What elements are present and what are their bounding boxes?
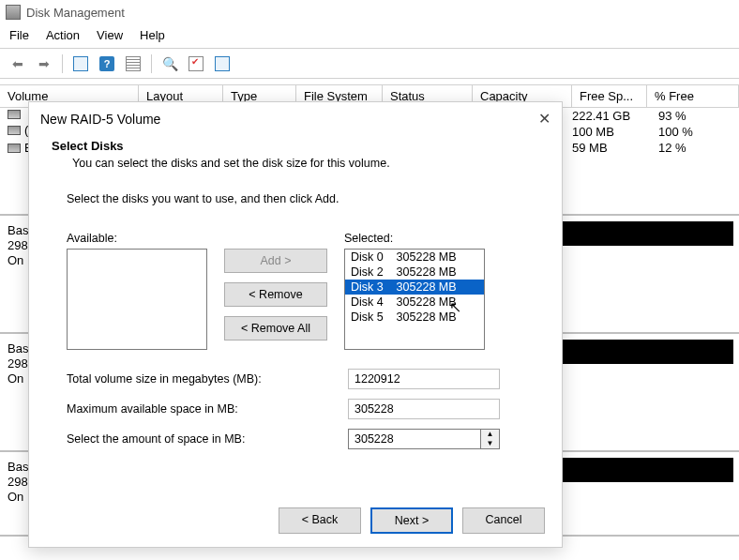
menu-file[interactable]: File [9, 28, 29, 42]
add-button[interactable]: Add > [224, 249, 327, 273]
selected-disk-item[interactable]: Disk 3 305228 MB [345, 280, 484, 295]
selected-disk-item[interactable]: Disk 0 305228 MB [345, 250, 484, 265]
check-button[interactable] [186, 53, 206, 74]
selected-disk-item[interactable]: Disk 4 305228 MB [345, 295, 484, 310]
toolbar-separator [62, 54, 63, 73]
remove-all-button[interactable]: < Remove All [224, 316, 327, 341]
menu-help[interactable]: Help [140, 28, 165, 42]
properties-icon [73, 56, 88, 71]
nav-forward-button[interactable] [34, 53, 54, 74]
available-label: Available: [67, 232, 207, 245]
toolbar-separator [151, 54, 152, 73]
properties-button[interactable] [70, 53, 91, 74]
back-button[interactable]: < Back [279, 507, 361, 534]
amount-space-input[interactable]: 305228 [348, 429, 481, 449]
toolbar: ? 🔍 [0, 49, 739, 79]
new-raid5-wizard-dialog: New RAID-5 Volume ✕ Select Disks You can… [28, 101, 563, 548]
amount-space-label: Select the amount of space in MB: [67, 432, 348, 446]
total-size-label: Total volume size in megabytes (MB): [67, 372, 348, 386]
volume-icon [8, 126, 21, 135]
column-free-space[interactable]: Free Sp... [572, 85, 647, 107]
column-percent-free[interactable]: % Free [647, 85, 739, 107]
volume-icon [8, 110, 21, 119]
percent-free-cell: 100 % [658, 125, 693, 139]
free-space-cell: 222.41 GB [572, 109, 641, 123]
help-button[interactable]: ? [97, 53, 117, 74]
list-view-button[interactable] [123, 53, 143, 74]
selected-disk-item[interactable]: Disk 5 305228 MB [345, 310, 484, 325]
wizard-instruction: Select the disks you want to use, and th… [67, 192, 524, 205]
volume-icon [8, 144, 21, 153]
cancel-button[interactable]: Cancel [462, 507, 545, 534]
nav-back-button[interactable] [8, 53, 28, 74]
spinner-up-icon[interactable]: ▲ [481, 430, 499, 439]
app-icon [6, 5, 21, 20]
free-space-cell: 59 MB [572, 141, 641, 155]
amount-space-spinner[interactable]: 305228 ▲ ▼ [348, 429, 500, 449]
selected-label: Selected: [344, 232, 485, 245]
menu-action[interactable]: Action [46, 28, 80, 42]
options-icon [215, 56, 230, 71]
max-space-value: 305228 [348, 399, 500, 419]
search-icon: 🔍 [162, 56, 178, 71]
options-button[interactable] [212, 53, 233, 74]
volume-right-columns: 222.41 GB93 % 100 MB100 % 59 MB12 % [572, 108, 693, 156]
percent-free-cell: 93 % [658, 109, 686, 123]
list-icon [126, 56, 141, 71]
next-button[interactable]: Next > [370, 507, 453, 534]
search-button[interactable]: 🔍 [159, 53, 180, 74]
close-button[interactable]: ✕ [538, 110, 550, 128]
max-space-label: Maximum available space in MB: [67, 402, 348, 416]
menu-view[interactable]: View [97, 28, 123, 42]
title-bar: Disk Management [0, 0, 739, 24]
check-icon [189, 56, 204, 71]
menu-bar: File Action View Help [0, 24, 739, 49]
wizard-step-heading: Select Disks [52, 139, 539, 153]
selected-disk-item[interactable]: Disk 2 305228 MB [345, 265, 484, 280]
wizard-step-subheading: You can select the disks and set the dis… [52, 153, 539, 170]
dialog-title: New RAID-5 Volume [40, 112, 160, 127]
percent-free-cell: 12 % [658, 141, 686, 155]
free-space-cell: 100 MB [572, 125, 641, 139]
app-title: Disk Management [26, 6, 125, 20]
help-icon: ? [99, 56, 114, 71]
total-size-value: 1220912 [348, 369, 500, 389]
remove-button[interactable]: < Remove [224, 282, 327, 307]
selected-disks-listbox[interactable]: Disk 0 305228 MBDisk 2 305228 MBDisk 3 3… [344, 249, 485, 350]
available-disks-listbox[interactable] [67, 249, 207, 350]
spinner-down-icon[interactable]: ▼ [481, 439, 499, 448]
